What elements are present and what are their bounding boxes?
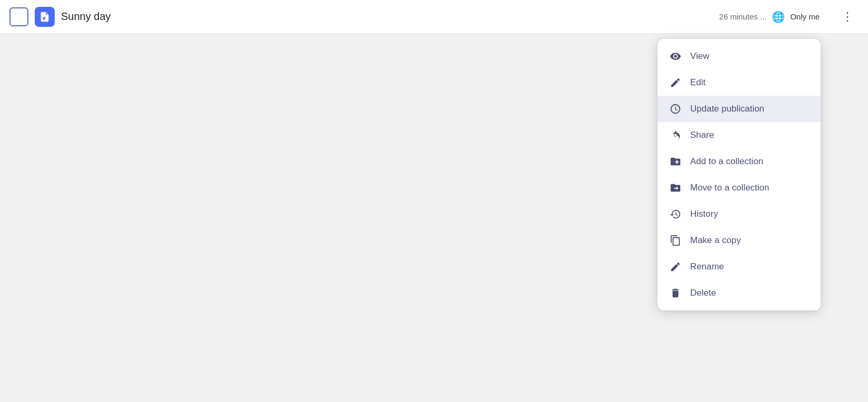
rename-icon (669, 260, 682, 273)
update-icon (669, 103, 682, 115)
history-icon (669, 208, 682, 220)
visibility-label: Only me (790, 12, 820, 21)
topbar-meta: 26 minutes ... 🌐 Only me (719, 11, 820, 23)
menu-item-label-view: View (690, 51, 710, 62)
topbar: Sunny day 26 minutes ... 🌐 Only me ⋮ (0, 0, 868, 34)
menu-item-label-rename: Rename (690, 262, 724, 272)
menu-item-label-delete: Delete (690, 288, 716, 298)
more-options-button[interactable]: ⋮ (837, 6, 859, 27)
menu-item-label-move-to-collection: Move to a collection (690, 183, 769, 193)
globe-icon: 🌐 (772, 11, 785, 23)
menu-item-move-to-collection[interactable]: Move to a collection (658, 175, 821, 201)
menu-item-edit[interactable]: Edit (658, 69, 821, 96)
topbar-left: Sunny day (9, 7, 712, 27)
menu-item-label-share: Share (690, 130, 714, 140)
menu-item-update-publication[interactable]: Update publication (658, 96, 821, 122)
copy-icon (669, 234, 682, 247)
menu-item-delete[interactable]: Delete (658, 280, 821, 306)
pencil-icon (669, 76, 682, 89)
share-icon (669, 129, 682, 142)
menu-item-label-update-publication: Update publication (690, 104, 764, 114)
move-collection-icon (669, 182, 682, 194)
menu-item-add-to-collection[interactable]: Add to a collection (658, 148, 821, 175)
context-menu: ViewEditUpdate publicationShareAdd to a … (658, 39, 821, 310)
menu-item-history[interactable]: History (658, 201, 821, 227)
menu-item-make-copy[interactable]: Make a copy (658, 227, 821, 254)
menu-item-label-make-copy: Make a copy (690, 235, 741, 246)
doc-icon (35, 7, 55, 27)
menu-item-label-edit: Edit (690, 77, 705, 88)
eye-icon (669, 50, 682, 63)
menu-item-view[interactable]: View (658, 43, 821, 69)
menu-item-label-history: History (690, 209, 718, 219)
checkbox-button[interactable] (9, 7, 28, 26)
menu-item-share[interactable]: Share (658, 122, 821, 148)
menu-item-rename[interactable]: Rename (658, 254, 821, 280)
doc-title: Sunny day (61, 11, 111, 23)
time-label: 26 minutes ... (719, 12, 766, 21)
music-doc-icon (39, 11, 51, 23)
menu-item-label-add-to-collection: Add to a collection (690, 156, 763, 167)
trash-icon (669, 287, 682, 299)
add-collection-icon (669, 155, 682, 168)
